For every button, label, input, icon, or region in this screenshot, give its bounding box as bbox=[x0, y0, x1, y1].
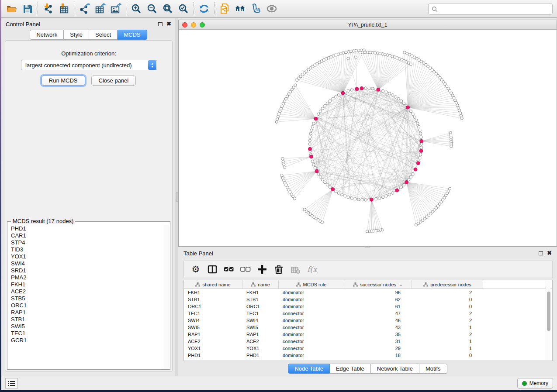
mcds-result-item[interactable]: ORC1 bbox=[11, 302, 164, 309]
cell-shared_name[interactable]: RAP1 bbox=[184, 332, 242, 337]
column-header-MCDS-role[interactable]: MCDS role bbox=[279, 280, 344, 289]
table-row[interactable]: SWI5SWI5connector431 bbox=[184, 324, 552, 331]
cell-mcds_role[interactable]: dominator bbox=[279, 332, 344, 337]
zoom-fit-button[interactable] bbox=[160, 0, 176, 17]
cell-successor_nodes[interactable]: 29 bbox=[344, 346, 412, 351]
cell-mcds_role[interactable]: dominator bbox=[279, 318, 344, 323]
tab-edge-table[interactable]: Edge Table bbox=[330, 364, 371, 374]
cell-successor_nodes[interactable]: 96 bbox=[344, 290, 412, 295]
cell-successor_nodes[interactable]: 62 bbox=[344, 297, 412, 302]
cell-mcds_role[interactable]: connector bbox=[279, 311, 344, 316]
import-table-button[interactable] bbox=[56, 0, 72, 17]
search-box[interactable] bbox=[428, 3, 553, 15]
search-input[interactable] bbox=[440, 5, 549, 14]
cell-name[interactable]: STB1 bbox=[242, 297, 279, 302]
network-nodes[interactable] bbox=[275, 49, 463, 233]
cell-mcds_role[interactable]: dominator bbox=[279, 353, 344, 358]
cell-predecessor_nodes[interactable]: 0 bbox=[412, 304, 483, 309]
mcds-result-item[interactable]: STB1 bbox=[11, 316, 164, 323]
maximize-window-icon[interactable] bbox=[200, 22, 205, 28]
column-header-successor-nodes[interactable]: successor nodes⌄ bbox=[344, 280, 412, 289]
show-hide-button[interactable] bbox=[264, 0, 280, 17]
show-panels-list-button[interactable] bbox=[5, 378, 18, 389]
cell-name[interactable]: PHD1 bbox=[242, 353, 279, 358]
table-row[interactable]: TEC1TEC1connector472 bbox=[184, 310, 552, 317]
cell-name[interactable]: RAP1 bbox=[242, 332, 279, 337]
cell-mcds_role[interactable]: connector bbox=[279, 325, 344, 330]
cell-name[interactable]: SWI5 bbox=[242, 325, 279, 330]
cell-predecessor_nodes[interactable]: 2 bbox=[412, 311, 483, 316]
mcds-result-item[interactable]: RAP1 bbox=[11, 309, 164, 316]
cell-name[interactable]: TEC1 bbox=[242, 311, 279, 316]
close-panel-icon[interactable]: ✖ bbox=[166, 22, 171, 26]
cell-name[interactable]: YOX1 bbox=[242, 346, 279, 351]
minimize-window-icon[interactable] bbox=[191, 22, 196, 28]
cell-mcds_role[interactable]: dominator bbox=[279, 297, 344, 302]
cell-successor_nodes[interactable]: 47 bbox=[344, 311, 412, 316]
cell-successor_nodes[interactable]: 61 bbox=[344, 304, 412, 309]
cell-predecessor_nodes[interactable]: 0 bbox=[412, 353, 483, 358]
close-table-panel-icon[interactable]: ✖ bbox=[547, 251, 552, 255]
mcds-result-list[interactable]: PHD1CAR1STP4TID3YOX1SWI4SRD1PMA2FKH1ACE2… bbox=[8, 225, 164, 369]
cell-shared_name[interactable]: FKH1 bbox=[184, 290, 242, 295]
cell-predecessor_nodes[interactable]: 1 bbox=[412, 325, 483, 330]
tab-select[interactable]: Select bbox=[89, 30, 118, 40]
cell-name[interactable]: FKH1 bbox=[242, 290, 279, 295]
mcds-result-item[interactable]: SWI5 bbox=[11, 323, 164, 330]
zoom-in-button[interactable] bbox=[128, 0, 144, 17]
refresh-button[interactable] bbox=[196, 0, 212, 17]
cell-shared_name[interactable]: STB1 bbox=[184, 297, 242, 302]
table-row[interactable]: STB1STB1dominator620 bbox=[184, 296, 552, 303]
cell-predecessor_nodes[interactable]: 2 bbox=[412, 332, 483, 337]
mcds-result-item[interactable]: STP4 bbox=[11, 239, 164, 246]
mcds-result-item[interactable]: SRD1 bbox=[11, 267, 164, 274]
cell-name[interactable]: ACE2 bbox=[242, 339, 279, 344]
import-network-button[interactable] bbox=[40, 0, 56, 17]
mcds-result-item[interactable]: PHD1 bbox=[11, 225, 164, 232]
cell-mcds_role[interactable]: connector bbox=[279, 346, 344, 351]
mcds-result-item[interactable]: YOX1 bbox=[11, 253, 164, 260]
graphics-details-button[interactable] bbox=[248, 0, 264, 17]
select-all-button[interactable] bbox=[221, 262, 236, 277]
column-header-name[interactable]: name bbox=[242, 280, 279, 289]
column-header-predecessor-nodes[interactable]: predecessor nodes bbox=[412, 280, 483, 289]
mcds-result-item[interactable]: CAR1 bbox=[11, 232, 164, 239]
tab-node-table[interactable]: Node Table bbox=[288, 364, 330, 374]
cell-name[interactable]: ORC1 bbox=[242, 304, 279, 309]
mcds-result-item[interactable]: FKH1 bbox=[11, 281, 164, 288]
mcds-result-item[interactable]: PMA2 bbox=[11, 274, 164, 281]
columns-button[interactable] bbox=[205, 262, 220, 277]
node-table-scrollbar[interactable] bbox=[546, 281, 550, 360]
tab-motifs[interactable]: Motifs bbox=[419, 364, 447, 374]
add-button[interactable] bbox=[255, 262, 270, 277]
network-canvas[interactable] bbox=[179, 30, 557, 246]
table-row[interactable]: FKH1FKH1dominator962 bbox=[184, 289, 552, 296]
mcds-result-item[interactable]: TEC1 bbox=[11, 330, 164, 337]
tab-mcds[interactable]: MCDS bbox=[118, 30, 147, 40]
table-row[interactable]: ACE2ACE2connector311 bbox=[184, 338, 552, 345]
cell-shared_name[interactable]: PHD1 bbox=[184, 353, 242, 358]
cell-predecessor_nodes[interactable]: 2 bbox=[412, 318, 483, 323]
tab-style[interactable]: Style bbox=[64, 30, 89, 40]
table-row[interactable]: YOX1YOX1connector291 bbox=[184, 345, 552, 352]
save-button[interactable] bbox=[20, 0, 35, 17]
cell-predecessor_nodes[interactable]: 2 bbox=[412, 290, 483, 295]
memory-button[interactable]: Memory bbox=[517, 378, 553, 389]
mcds-result-scrollbar[interactable] bbox=[164, 225, 170, 369]
cell-shared_name[interactable]: SWI4 bbox=[184, 318, 242, 323]
float-panel-icon[interactable] bbox=[158, 22, 163, 26]
run-mcds-button[interactable]: Run MCDS bbox=[42, 76, 85, 86]
export-image-button[interactable] bbox=[108, 0, 124, 17]
cell-successor_nodes[interactable]: 46 bbox=[344, 318, 412, 323]
cell-successor_nodes[interactable]: 35 bbox=[344, 332, 412, 337]
first-neighbors-button[interactable] bbox=[232, 0, 248, 17]
tab-network-table[interactable]: Network Table bbox=[371, 364, 419, 374]
mcds-result-item[interactable]: STB5 bbox=[11, 295, 164, 302]
tab-network[interactable]: Network bbox=[30, 30, 64, 40]
delete-button[interactable] bbox=[271, 262, 286, 277]
column-header-shared-name[interactable]: shared name bbox=[184, 280, 242, 289]
cell-successor_nodes[interactable]: 18 bbox=[344, 353, 412, 358]
cell-shared_name[interactable]: ACE2 bbox=[184, 339, 242, 344]
network-window-titlebar[interactable]: YPA_prune.txt_1 bbox=[179, 20, 557, 30]
float-table-panel-icon[interactable] bbox=[539, 251, 543, 255]
